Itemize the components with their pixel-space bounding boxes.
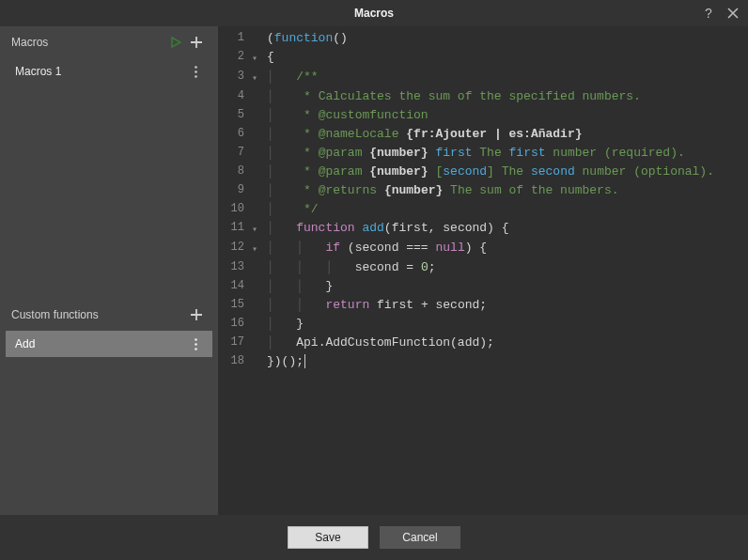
code-text: │ * @param {number} [second] The second … xyxy=(261,163,714,180)
line-number: 7 xyxy=(218,144,252,162)
line-number: 1 xyxy=(218,29,252,47)
line-number: 12 xyxy=(218,239,252,257)
code-editor[interactable]: 1(function()2▾{3▾│ /**4│ * Calculates th… xyxy=(218,26,748,515)
fold-icon[interactable]: ▾ xyxy=(252,219,261,239)
code-line: 10│ */ xyxy=(218,200,748,219)
line-number: 10 xyxy=(218,200,252,218)
fold-icon xyxy=(252,125,261,127)
custom-functions-section: Custom functions Add xyxy=(0,299,218,357)
code-line: 2▾{ xyxy=(218,48,748,68)
code-text: { xyxy=(261,48,274,66)
close-icon[interactable] xyxy=(725,6,740,21)
fold-icon xyxy=(252,315,261,317)
code-line: 18})(); xyxy=(218,352,748,371)
kebab-icon[interactable] xyxy=(188,64,203,79)
svg-point-4 xyxy=(195,343,197,346)
fold-icon xyxy=(252,334,261,335)
code-text: │ * Calculates the sum of the specified … xyxy=(261,87,641,105)
line-number: 16 xyxy=(218,315,252,333)
add-macro-icon[interactable] xyxy=(186,32,207,53)
save-button[interactable]: Save xyxy=(288,526,368,549)
custom-function-item[interactable]: Add xyxy=(6,331,212,357)
code-line: 13│ │ │ second = 0; xyxy=(218,258,748,277)
code-line: 17│ Api.AddCustomFunction(add); xyxy=(218,334,748,352)
code-text: │ function add(first, second) { xyxy=(261,219,509,237)
svg-point-2 xyxy=(195,75,197,78)
help-icon[interactable]: ? xyxy=(701,6,716,21)
line-number: 14 xyxy=(218,277,252,295)
fold-icon[interactable]: ▾ xyxy=(252,239,261,258)
macros-header: Macros xyxy=(0,26,218,58)
line-number: 18 xyxy=(218,352,252,370)
fold-icon xyxy=(252,181,261,183)
dialog-title: Macros xyxy=(0,7,748,20)
fold-icon[interactable]: ▾ xyxy=(252,48,261,68)
svg-point-0 xyxy=(195,66,197,69)
add-function-icon[interactable] xyxy=(186,304,207,325)
code-line: 4│ * Calculates the sum of the specified… xyxy=(218,87,748,106)
fold-icon xyxy=(252,163,261,164)
svg-point-1 xyxy=(195,70,197,73)
line-number: 4 xyxy=(218,87,252,105)
kebab-icon[interactable] xyxy=(188,336,203,351)
line-number: 13 xyxy=(218,258,252,276)
sidebar: Macros Macros 1 xyxy=(0,26,218,515)
fold-icon xyxy=(252,144,261,146)
dialog-body: Macros Macros 1 xyxy=(0,26,748,515)
macros-section: Macros Macros 1 xyxy=(0,26,218,299)
cancel-button[interactable]: Cancel xyxy=(380,526,460,549)
code-line: 8│ * @param {number} [second] The second… xyxy=(218,163,748,181)
fold-icon xyxy=(252,29,261,31)
code-text: │ * @customfunction xyxy=(261,106,429,124)
fold-icon xyxy=(252,87,261,89)
code-line: 7│ * @param {number} first The first num… xyxy=(218,144,748,163)
custom-functions-header: Custom functions xyxy=(0,299,218,331)
list-item-label: Macros 1 xyxy=(15,65,188,78)
code-line: 1(function() xyxy=(218,29,748,48)
code-line: 11▾│ function add(first, second) { xyxy=(218,219,748,239)
code-text: │ * @param {number} first The first numb… xyxy=(261,144,685,162)
custom-functions-label: Custom functions xyxy=(11,308,186,321)
code-line: 12▾│ │ if (second === null) { xyxy=(218,239,748,258)
code-text: │ │ if (second === null) { xyxy=(261,239,487,257)
line-number: 17 xyxy=(218,334,252,351)
fold-icon xyxy=(252,277,261,279)
fold-icon xyxy=(252,296,261,298)
line-number: 11 xyxy=(218,219,252,237)
line-number: 8 xyxy=(218,163,252,180)
fold-icon xyxy=(252,258,261,260)
line-number: 2 xyxy=(218,48,252,66)
titlebar-controls: ? xyxy=(701,0,740,26)
fold-icon xyxy=(252,352,261,354)
code-text: │ Api.AddCustomFunction(add); xyxy=(261,334,494,351)
fold-icon xyxy=(252,106,261,108)
code-text: │ │ } xyxy=(261,277,333,295)
line-number: 6 xyxy=(218,125,252,143)
line-number: 5 xyxy=(218,106,252,124)
code-text: │ * @nameLocale {fr:Ajouter | es:Añadir} xyxy=(261,125,583,143)
dialog-footer: Save Cancel xyxy=(0,515,748,560)
macros-item[interactable]: Macros 1 xyxy=(6,58,212,85)
custom-functions-list: Add xyxy=(0,331,218,357)
macros-list: Macros 1 xyxy=(0,58,218,85)
code-line: 16│ } xyxy=(218,315,748,334)
line-number: 15 xyxy=(218,296,252,314)
titlebar: Macros ? xyxy=(0,0,748,26)
fold-icon xyxy=(252,200,261,202)
macros-label: Macros xyxy=(11,36,165,49)
code-line: 6│ * @nameLocale {fr:Ajouter | es:Añadir… xyxy=(218,125,748,144)
code-line: 3▾│ /** xyxy=(218,68,748,87)
macros-dialog: Macros ? Macros xyxy=(0,0,748,560)
code-line: 5│ * @customfunction xyxy=(218,106,748,125)
svg-point-5 xyxy=(195,348,197,350)
code-text: │ * @returns {number} The sum of the num… xyxy=(261,181,619,199)
line-number: 9 xyxy=(218,181,252,199)
code-text: │ */ xyxy=(261,200,319,218)
code-line: 15│ │ return first + second; xyxy=(218,296,748,315)
code-line: 14│ │ } xyxy=(218,277,748,296)
fold-icon[interactable]: ▾ xyxy=(252,68,261,87)
code-lines: 1(function()2▾{3▾│ /**4│ * Calculates th… xyxy=(218,26,748,371)
code-text: │ /** xyxy=(261,68,319,86)
run-icon[interactable] xyxy=(165,32,186,53)
line-number: 3 xyxy=(218,68,252,86)
